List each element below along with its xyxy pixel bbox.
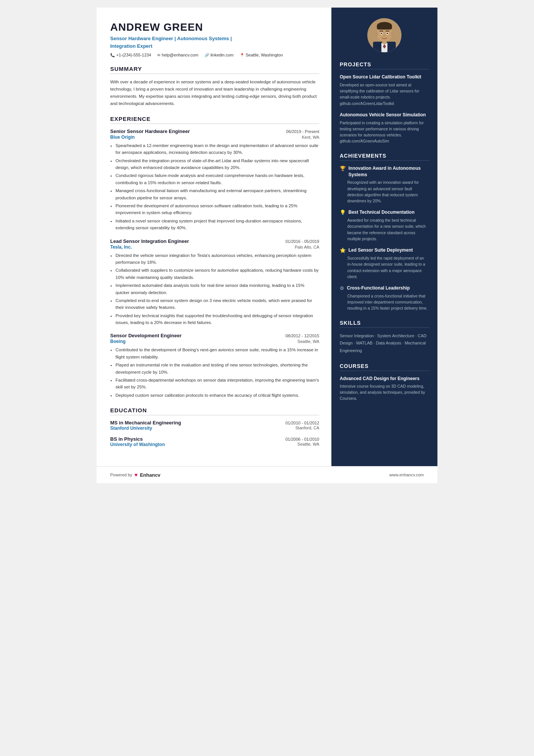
- experience-title: EXPERIENCE: [110, 116, 319, 124]
- edu-2-dates: 01/2006 - 01/2010: [286, 437, 319, 441]
- course-1: Advanced CAD Design for Engineers Intens…: [340, 376, 429, 402]
- edu-2-location: Seattle, WA: [297, 442, 319, 447]
- avatar-container: [340, 18, 429, 52]
- achievement-1: 🏆 Innovation Award in Autonomous Systems…: [340, 165, 429, 204]
- achievement-4-desc: Championed a cross-functional initiative…: [340, 293, 429, 311]
- edu-2-school: University of Washington: [110, 442, 165, 447]
- list-item: Pioneered the development of autonomous …: [116, 202, 319, 216]
- list-item: Orchestrated the integration process of …: [116, 157, 319, 171]
- achievement-2-title: Best Technical Documentation: [348, 209, 414, 216]
- achievement-3-title: Led Sensor Suite Deployment: [348, 247, 413, 254]
- job-3-bullets: Contributed to the development of Boeing…: [110, 346, 319, 399]
- list-item: Provided key technical insights that sup…: [116, 312, 319, 326]
- job-2-title: Lead Sensor Integration Engineer: [110, 238, 189, 244]
- right-column: PROJECTS Open Source Lidar Calibration T…: [331, 8, 437, 466]
- achievement-1-icon: 🏆: [340, 166, 346, 171]
- edu-1-school: Stanford University: [110, 426, 152, 431]
- job-3-title: Sensor Development Engineer: [110, 333, 182, 338]
- job-1-title: Senior Sensor Hardware Engineer: [110, 128, 190, 134]
- achievement-4-title: Cross-Functional Leadership: [347, 285, 410, 291]
- job-1-company: Blue Origin: [110, 135, 135, 140]
- list-item: Managed cross-functional liaison with ma…: [116, 187, 319, 201]
- summary-text: With over a decade of experience in sens…: [110, 78, 319, 107]
- experience-section: EXPERIENCE Senior Sensor Hardware Engine…: [110, 116, 319, 399]
- svg-rect-7: [377, 25, 392, 30]
- list-item: Directed the vehicle sensor integration …: [116, 252, 319, 266]
- list-item: Facilitated cross-departmental workshops…: [116, 377, 319, 391]
- brand-name: Enhancv: [140, 472, 160, 478]
- achievement-2: 💡 Best Technical Documentation Awarded f…: [340, 209, 429, 242]
- list-item: Contributed to the development of Boeing…: [116, 346, 319, 360]
- summary-title: SUMMARY: [110, 66, 319, 74]
- job-3-location: Seattle, WA: [297, 339, 319, 344]
- edu-2-degree: BS in Physics: [110, 436, 143, 442]
- heart-icon: ♥: [134, 472, 137, 478]
- achievement-3-icon: ⭐: [340, 247, 346, 253]
- avatar-image: [367, 18, 401, 52]
- achievements-title: ACHIEVEMENTS: [340, 153, 429, 161]
- avatar: [367, 18, 401, 52]
- skills-text: Sensor Integration · System Architecture…: [340, 332, 429, 355]
- courses-title: COURSES: [340, 363, 429, 371]
- job-2-company: Tesla, Inc.: [110, 244, 132, 250]
- resume-header: ANDREW GREEN Sensor Hardware Engineer | …: [110, 21, 319, 57]
- course-1-desc: Intensive course focusing on 3D CAD mode…: [340, 383, 429, 402]
- projects-section: PROJECTS Open Source Lidar Calibration T…: [340, 61, 429, 144]
- left-column: ANDREW GREEN Sensor Hardware Engineer | …: [97, 8, 331, 466]
- job-3: Sensor Development Engineer 08/2012 - 12…: [110, 333, 319, 399]
- education-title: EDUCATION: [110, 407, 319, 415]
- list-item: Spearheaded a 12-member engineering team…: [116, 142, 319, 156]
- contact-linkedin: 🔗 linkedin.com: [205, 53, 234, 57]
- achievement-4: ⚙ Cross-Functional Leadership Championed…: [340, 285, 429, 311]
- achievement-2-icon: 💡: [340, 210, 346, 215]
- phone-icon: 📞: [110, 53, 115, 57]
- job-2-dates: 01/2016 - 05/2019: [286, 239, 319, 244]
- list-item: Completed end-to-end sensor system desig…: [116, 297, 319, 311]
- footer-logo: Powered by ♥ Enhancv: [110, 472, 161, 478]
- job-2-bullets: Directed the vehicle sensor integration …: [110, 252, 319, 326]
- edu-1-dates: 01/2010 - 01/2012: [286, 421, 319, 425]
- project-2-title: Autonomous Vehicle Sensor Simulation: [340, 112, 429, 118]
- courses-section: COURSES Advanced CAD Design for Engineer…: [340, 363, 429, 402]
- edu-1-location: Stanford, CA: [295, 426, 319, 431]
- svg-point-14: [384, 35, 385, 37]
- email-icon: ✉: [157, 53, 160, 57]
- education-section: EDUCATION MS in Mechanical Engineering 0…: [110, 407, 319, 447]
- svg-rect-12: [379, 31, 383, 31]
- achievements-section: ACHIEVEMENTS 🏆 Innovation Award in Auton…: [340, 153, 429, 311]
- summary-section: SUMMARY With over a decade of experience…: [110, 66, 319, 107]
- job-1-bullets: Spearheaded a 12-member engineering team…: [110, 142, 319, 232]
- footer-url: www.enhancv.com: [389, 473, 424, 477]
- project-1-title: Open Source Lidar Calibration Toolkit: [340, 74, 429, 80]
- projects-title: PROJECTS: [340, 61, 429, 69]
- achievement-3: ⭐ Led Sensor Suite Deployment Successful…: [340, 247, 429, 280]
- job-2: Lead Sensor Integration Engineer 01/2016…: [110, 238, 319, 326]
- achievement-2-desc: Awarded for creating the best technical …: [340, 217, 429, 242]
- linkedin-icon: 🔗: [205, 53, 209, 57]
- project-2-desc: Participated in creating a simulation pl…: [340, 120, 429, 144]
- contact-info: 📞 +1-(234)-555-1234 ✉ help@enhancv.com 🔗…: [110, 53, 319, 57]
- job-1-location: Kent, WA: [302, 135, 319, 139]
- achievement-4-icon: ⚙: [340, 285, 344, 291]
- list-item: Initiated a novel sensor cleaning system…: [116, 218, 319, 232]
- course-1-title: Advanced CAD Design for Engineers: [340, 376, 429, 382]
- svg-point-16: [391, 32, 393, 36]
- achievement-1-desc: Recognized with an innovation award for …: [340, 179, 429, 204]
- project-2: Autonomous Vehicle Sensor Simulation Par…: [340, 112, 429, 144]
- list-item: Deployed custom sensor calibration proto…: [116, 392, 319, 399]
- edu-2: BS in Physics 01/2006 - 01/2010 Universi…: [110, 436, 319, 447]
- job-3-company: Boeing: [110, 339, 126, 344]
- list-item: Conducted rigorous failure-mode analysis…: [116, 172, 319, 186]
- edu-1-degree: MS in Mechanical Engineering: [110, 420, 181, 426]
- contact-email: ✉ help@enhancv.com: [157, 53, 198, 57]
- footer: Powered by ♥ Enhancv www.enhancv.com: [97, 466, 437, 483]
- list-item: Implemented automated data analysis tool…: [116, 282, 319, 296]
- contact-phone: 📞 +1-(234)-555-1234: [110, 53, 151, 57]
- project-1-desc: Developed an open-source tool aimed at s…: [340, 82, 429, 106]
- job-1-dates: 06/2019 - Present: [286, 129, 319, 134]
- job-3-dates: 08/2012 - 12/2015: [286, 333, 319, 338]
- achievement-1-title: Innovation Award in Autonomous Systems: [348, 165, 429, 178]
- project-1: Open Source Lidar Calibration Toolkit De…: [340, 74, 429, 106]
- list-item: Played an instrumental role in the evalu…: [116, 362, 319, 376]
- contact-location: 📍 Seattle, Washington: [240, 53, 283, 57]
